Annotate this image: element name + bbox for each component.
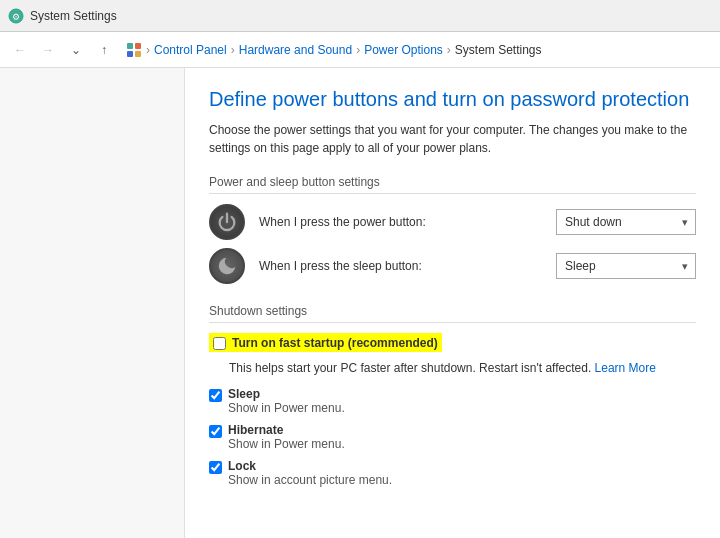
fast-startup-checkbox[interactable] — [213, 337, 226, 350]
forward-button[interactable]: → — [36, 38, 60, 62]
svg-rect-5 — [135, 51, 141, 57]
fast-startup-highlight: Turn on fast startup (recommended) — [209, 333, 442, 352]
learn-more-link[interactable]: Learn More — [595, 361, 656, 375]
content-area: Define power buttons and turn on passwor… — [185, 68, 720, 538]
power-button-row: When I press the power button: Shut down… — [209, 204, 696, 240]
fast-startup-label[interactable]: Turn on fast startup (recommended) — [232, 336, 438, 350]
recent-button[interactable]: ⌄ — [64, 38, 88, 62]
fast-startup-desc: This helps start your PC faster after sh… — [229, 360, 696, 375]
control-panel-icon — [126, 42, 142, 58]
up-button[interactable]: ↑ — [92, 38, 116, 62]
sleep-button-icon — [209, 248, 245, 284]
sleep-icon-svg — [216, 255, 238, 277]
sidebar — [0, 68, 185, 538]
fast-startup-row: Turn on fast startup (recommended) — [209, 333, 696, 352]
breadcrumb-hardware-sound[interactable]: Hardware and Sound — [239, 43, 352, 57]
breadcrumb: › Control Panel › Hardware and Sound › P… — [120, 42, 712, 58]
sleep-button-label: When I press the sleep button: — [259, 259, 542, 273]
window-icon: ⚙ — [8, 8, 24, 24]
breadcrumb-control-panel[interactable]: Control Panel — [154, 43, 227, 57]
sleep-button-row: When I press the sleep button: Sleep Shu… — [209, 248, 696, 284]
title-bar: ⚙ System Settings — [0, 0, 720, 32]
page-title: Define power buttons and turn on passwor… — [209, 88, 696, 111]
hibernate-row: Hibernate Show in Power menu. — [209, 423, 696, 451]
power-sleep-label: Power and sleep button settings — [209, 175, 696, 194]
svg-rect-3 — [135, 43, 141, 49]
lock-sub-label: Show in account picture menu. — [228, 473, 392, 487]
sleep-checkbox[interactable] — [209, 389, 222, 402]
window-title: System Settings — [30, 9, 117, 23]
power-icon-svg — [216, 211, 238, 233]
lock-row: Lock Show in account picture menu. — [209, 459, 696, 487]
power-button-label: When I press the power button: — [259, 215, 542, 229]
address-bar: ← → ⌄ ↑ › Control Panel › Hardware and S… — [0, 32, 720, 68]
svg-text:⚙: ⚙ — [12, 12, 20, 22]
sleep-button-dropdown[interactable]: Sleep Shut down Hibernate Turn off the d… — [556, 253, 696, 279]
breadcrumb-power-options[interactable]: Power Options — [364, 43, 443, 57]
sleep-row: Sleep Show in Power menu. — [209, 387, 696, 415]
power-button-dropdown-wrap: Shut down Sleep Hibernate Turn off the d… — [556, 209, 696, 235]
svg-rect-4 — [127, 51, 133, 57]
hibernate-sub-label: Show in Power menu. — [228, 437, 345, 451]
lock-main-label[interactable]: Lock — [228, 459, 392, 473]
main-layout: Define power buttons and turn on passwor… — [0, 68, 720, 538]
power-button-dropdown[interactable]: Shut down Sleep Hibernate Turn off the d… — [556, 209, 696, 235]
shutdown-settings: Shutdown settings Turn on fast startup (… — [209, 304, 696, 487]
page-description: Choose the power settings that you want … — [209, 121, 689, 157]
breadcrumb-current: System Settings — [455, 43, 542, 57]
sleep-sub-label: Show in Power menu. — [228, 401, 345, 415]
hibernate-checkbox[interactable] — [209, 425, 222, 438]
sleep-main-label[interactable]: Sleep — [228, 387, 345, 401]
svg-rect-2 — [127, 43, 133, 49]
shutdown-label: Shutdown settings — [209, 304, 696, 323]
hibernate-main-label[interactable]: Hibernate — [228, 423, 345, 437]
sleep-button-dropdown-wrap: Sleep Shut down Hibernate Turn off the d… — [556, 253, 696, 279]
power-sleep-settings: Power and sleep button settings When I p… — [209, 175, 696, 284]
power-button-icon — [209, 204, 245, 240]
back-button[interactable]: ← — [8, 38, 32, 62]
lock-checkbox[interactable] — [209, 461, 222, 474]
